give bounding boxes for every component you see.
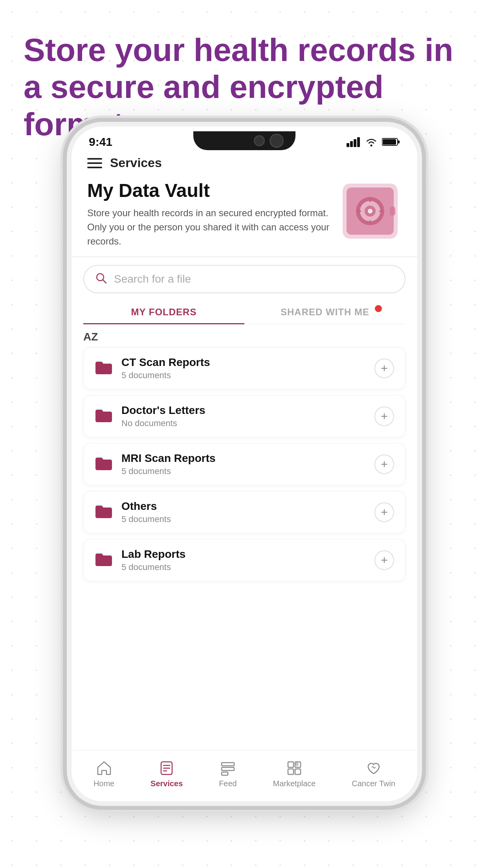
tab-shared-with-me[interactable]: SHARED WITH ME xyxy=(244,301,405,324)
nav-label-marketplace: Marketplace xyxy=(273,779,316,788)
tab-my-folders[interactable]: MY FOLDERS xyxy=(83,301,244,324)
sort-row: AZ xyxy=(72,331,417,347)
nav-item-home[interactable]: Home xyxy=(94,760,114,788)
folder-svg xyxy=(95,456,113,471)
svg-rect-2 xyxy=(354,139,356,147)
folder-icon xyxy=(95,360,113,377)
status-icons xyxy=(347,137,400,147)
section-divider xyxy=(72,256,417,257)
vault-icon xyxy=(339,180,402,243)
folder-name: CT Scan Reports xyxy=(121,356,374,369)
add-folder-button[interactable]: + xyxy=(374,359,394,378)
signal-icon xyxy=(347,137,361,147)
bottom-navigation: Home Services Feed xyxy=(72,750,417,801)
folder-count: 5 documents xyxy=(121,370,374,381)
folder-item[interactable]: Others 5 documents + xyxy=(83,491,405,533)
folder-info: CT Scan Reports 5 documents xyxy=(121,356,374,381)
tab-bar: MY FOLDERS SHARED WITH ME xyxy=(72,301,417,324)
vault-text: My Data Vault Store your health records … xyxy=(87,180,331,248)
folder-info: Lab Reports 5 documents xyxy=(121,548,374,572)
nav-label-home: Home xyxy=(94,779,114,788)
hamburger-line xyxy=(87,162,102,164)
home-icon xyxy=(95,760,113,777)
search-bar[interactable]: Search for a file xyxy=(83,265,405,293)
camera-notch xyxy=(193,131,295,150)
camera-lens-small xyxy=(254,135,265,146)
app-header: Services xyxy=(72,150,417,176)
folder-list: CT Scan Reports 5 documents + Doctor's L… xyxy=(72,347,417,581)
add-folder-button[interactable]: + xyxy=(374,550,394,570)
phone-frame: 9:41 xyxy=(67,122,422,806)
svg-rect-18 xyxy=(390,206,395,216)
phone-screen: 9:41 xyxy=(72,127,417,801)
vault-title: My Data Vault xyxy=(87,180,331,201)
svg-rect-27 xyxy=(222,772,228,775)
services-icon xyxy=(158,760,175,777)
folder-icon xyxy=(95,504,113,520)
nav-item-cancer-twin[interactable]: Cancer Twin xyxy=(352,760,395,788)
folder-svg xyxy=(95,408,113,423)
svg-rect-30 xyxy=(288,769,294,774)
nav-label-feed: Feed xyxy=(219,779,237,788)
folder-item[interactable]: CT Scan Reports 5 documents + xyxy=(83,347,405,390)
svg-rect-25 xyxy=(222,763,234,766)
folder-item[interactable]: Lab Reports 5 documents + xyxy=(83,539,405,581)
svg-rect-1 xyxy=(350,141,353,147)
vault-section: My Data Vault Store your health records … xyxy=(72,176,417,256)
cancer-twin-icon xyxy=(365,760,382,777)
folder-name: Others xyxy=(121,500,374,513)
svg-rect-6 xyxy=(383,139,396,145)
folder-icon xyxy=(95,552,113,568)
folder-count: 5 documents xyxy=(121,466,374,476)
folder-item[interactable]: Doctor's Letters No documents + xyxy=(83,395,405,438)
search-placeholder: Search for a file xyxy=(114,273,191,285)
svg-rect-0 xyxy=(347,143,349,147)
nav-item-marketplace[interactable]: Marketplace xyxy=(273,760,316,788)
folder-svg xyxy=(95,552,113,567)
folder-icon xyxy=(95,408,113,425)
svg-rect-3 xyxy=(357,137,360,147)
hamburger-line xyxy=(87,158,102,160)
folder-item[interactable]: MRI Scan Reports 5 documents + xyxy=(83,443,405,485)
folder-count: 5 documents xyxy=(121,514,374,524)
folder-svg xyxy=(95,360,113,375)
add-folder-button[interactable]: + xyxy=(374,454,394,474)
search-svg xyxy=(95,272,108,285)
folder-info: MRI Scan Reports 5 documents xyxy=(121,452,374,476)
vault-description: Store your health records in an secured … xyxy=(87,206,331,248)
nav-item-feed[interactable]: Feed xyxy=(219,760,237,788)
hamburger-line xyxy=(87,167,102,168)
folder-name: Lab Reports xyxy=(121,548,374,561)
svg-point-4 xyxy=(371,145,372,147)
marketplace-icon xyxy=(286,760,303,777)
svg-rect-7 xyxy=(398,140,400,143)
notification-badge xyxy=(375,305,382,312)
status-time: 9:41 xyxy=(89,135,112,149)
nav-label-services: Services xyxy=(150,779,183,788)
battery-icon xyxy=(382,137,400,147)
folder-info: Others 5 documents xyxy=(121,500,374,524)
svg-rect-31 xyxy=(295,769,301,774)
sort-icon[interactable]: AZ xyxy=(83,331,98,343)
svg-line-20 xyxy=(103,280,106,283)
search-container: Search for a file xyxy=(72,265,417,293)
menu-button[interactable] xyxy=(87,158,102,168)
folder-count: No documents xyxy=(121,418,374,428)
folder-svg xyxy=(95,504,113,519)
nav-item-services[interactable]: Services xyxy=(150,760,183,788)
add-folder-button[interactable]: + xyxy=(374,502,394,522)
svg-point-13 xyxy=(368,209,372,213)
search-icon xyxy=(95,272,108,286)
camera-lens-main xyxy=(270,134,284,148)
folder-info: Doctor's Letters No documents xyxy=(121,404,374,428)
vault-svg xyxy=(339,180,402,243)
svg-rect-26 xyxy=(222,767,234,771)
folder-count: 5 documents xyxy=(121,562,374,572)
folder-name: MRI Scan Reports xyxy=(121,452,374,465)
feed-icon xyxy=(219,760,237,777)
folder-icon xyxy=(95,456,113,473)
add-folder-button[interactable]: + xyxy=(374,406,394,426)
nav-label-cancer-twin: Cancer Twin xyxy=(352,779,395,788)
header-title: Services xyxy=(110,156,162,170)
folder-name: Doctor's Letters xyxy=(121,404,374,417)
